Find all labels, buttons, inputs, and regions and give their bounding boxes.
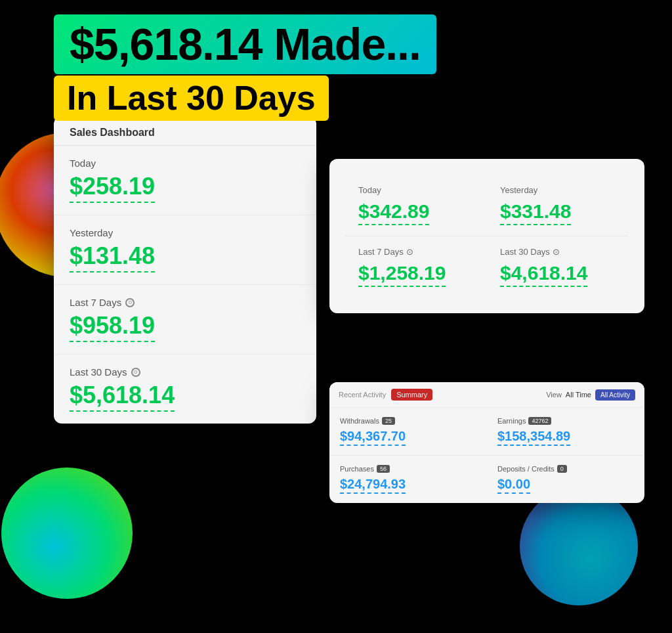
last7days-row: Last 7 Days ⊙ $958.19	[54, 285, 316, 355]
view-section: View All Time All Activity	[546, 389, 635, 401]
earnings-label: Earnings 42762	[497, 417, 634, 425]
summary-tab[interactable]: Summary	[391, 389, 432, 401]
today-label: Today	[70, 158, 301, 169]
withdrawals-cell: Withdrawals 25 $94,367.70	[329, 408, 487, 456]
card2-last30-cell: Last 30 Days ⊙ $4,618.14	[487, 236, 629, 297]
card3-body: Withdrawals 25 $94,367.70 Earnings 42762…	[329, 408, 644, 503]
card2-yesterday-cell: Yesterday $331.48	[487, 175, 629, 236]
card2-last30-label: Last 30 Days ⊙	[500, 247, 616, 257]
deposits-value: $0.00	[497, 477, 530, 494]
activity-summary-card: Recent Activity Summary View All Time Al…	[329, 382, 644, 503]
today-value: $258.19	[70, 173, 155, 203]
card2-today-label: Today	[358, 185, 474, 195]
card2-last7-value: $1,258.19	[358, 262, 446, 287]
card2-today-cell: Today $342.89	[345, 175, 487, 236]
card2-today-value: $342.89	[358, 200, 429, 225]
earnings-cell: Earnings 42762 $158,354.89	[487, 408, 644, 456]
card3-header: Recent Activity Summary View All Time Al…	[329, 382, 644, 408]
card2-last30-value: $4,618.14	[500, 262, 587, 287]
last30days-value: $5,618.14	[70, 382, 175, 412]
blob-bottom-right	[520, 487, 638, 605]
earnings-overview-card: Today $342.89 Yesterday $331.48 Last 7 D…	[329, 159, 644, 313]
withdrawals-label: Withdrawals 25	[340, 417, 476, 425]
purchases-value: $24,794.93	[340, 477, 406, 494]
last7days-label: Last 7 Days ⊙	[70, 297, 301, 308]
last30days-row: Last 30 Days ⊙ $5,618.14	[54, 355, 316, 424]
today-row: Today $258.19	[54, 146, 316, 215]
last30days-chevron[interactable]: ⊙	[131, 368, 140, 377]
card2-last7-chevron[interactable]: ⊙	[406, 247, 413, 257]
deposits-cell: Deposits / Credits 0 $0.00	[487, 456, 644, 503]
purchases-cell: Purchases 56 $24,794.93	[329, 456, 487, 503]
purchases-label: Purchases 56	[340, 465, 476, 473]
earnings-value: $158,354.89	[497, 429, 570, 446]
earnings-badge: 42762	[528, 417, 551, 425]
all-activity-button[interactable]: All Activity	[595, 389, 635, 401]
sales-dashboard-card: Sales Dashboard Today $258.19 Yesterday …	[54, 116, 316, 424]
hero-subtitle: In Last 30 Days	[54, 76, 329, 121]
card2-yesterday-label: Yesterday	[500, 185, 616, 195]
hero-amount: $5,618.14 Made...	[54, 14, 436, 74]
view-label: View	[546, 391, 562, 399]
card2-last7-cell: Last 7 Days ⊙ $1,258.19	[345, 236, 487, 297]
withdrawals-badge: 25	[382, 417, 395, 425]
last7days-chevron[interactable]: ⊙	[125, 298, 135, 307]
deposits-label: Deposits / Credits 0	[497, 465, 634, 473]
card2-last30-chevron[interactable]: ⊙	[553, 247, 560, 257]
withdrawals-value: $94,367.70	[340, 429, 406, 446]
view-value: All Time	[566, 391, 591, 399]
last7days-value: $958.19	[70, 312, 155, 342]
yesterday-label: Yesterday	[70, 227, 301, 238]
yesterday-value: $131.48	[70, 242, 155, 273]
last30days-label: Last 30 Days ⊙	[70, 366, 301, 378]
card2-grid: Today $342.89 Yesterday $331.48 Last 7 D…	[345, 175, 629, 297]
deposits-badge: 0	[557, 465, 567, 473]
hero-section: $5,618.14 Made... In Last 30 Days	[54, 14, 436, 121]
purchases-badge: 56	[377, 465, 390, 473]
card2-yesterday-value: $331.48	[500, 200, 571, 225]
card2-last7-label: Last 7 Days ⊙	[358, 247, 474, 257]
yesterday-row: Yesterday $131.48	[54, 215, 316, 285]
blob-bottom-left	[1, 468, 133, 599]
recent-activity-tab[interactable]: Recent Activity	[339, 391, 386, 399]
